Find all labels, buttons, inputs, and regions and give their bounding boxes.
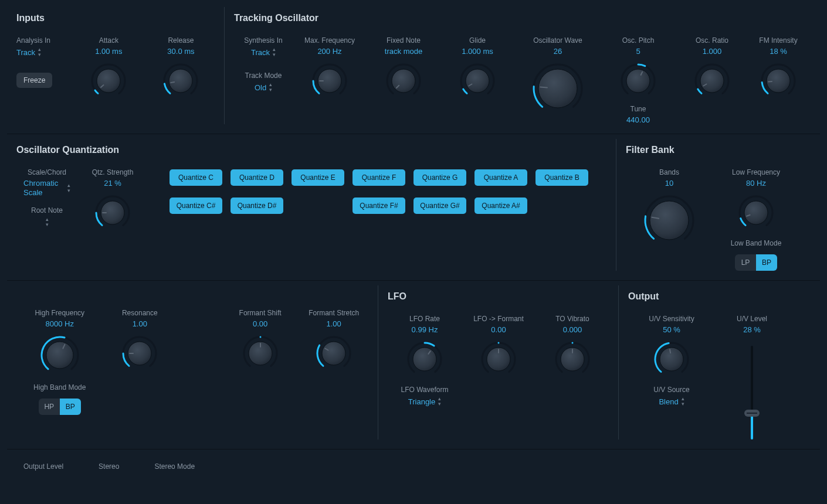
svg-line-39	[670, 349, 670, 353]
bands-control: Bands 10	[626, 168, 713, 246]
chevron-updown-icon: ▴▾	[269, 82, 272, 93]
low-band-lp[interactable]: LP	[735, 254, 756, 271]
uv-level-control: U/V Level 28 %	[715, 315, 789, 440]
low-band-bp[interactable]: BP	[756, 254, 777, 271]
release-control: Release 30.0 ms	[145, 36, 217, 99]
stereo-mode-label: Stereo Mode	[154, 462, 195, 471]
chevron-updown-icon: ▴▾	[682, 396, 684, 407]
osc-pitch-knob[interactable]	[620, 63, 656, 99]
qtz-strength-knob[interactable]	[94, 195, 131, 231]
svg-point-22	[744, 201, 768, 224]
high-band-mode-toggle[interactable]: HP BP	[39, 399, 81, 415]
glide-knob[interactable]	[459, 63, 496, 99]
quantize-button-quantize-f#[interactable]: Quantize F#	[353, 197, 405, 214]
high-band-hp[interactable]: HP	[39, 399, 60, 415]
to-vibrato-knob[interactable]	[554, 341, 591, 377]
osc-wave-knob[interactable]	[532, 63, 584, 114]
lfo-waveform-dropdown[interactable]: Triangle ▴▾	[408, 396, 441, 407]
fm-intensity-knob[interactable]	[760, 63, 797, 99]
svg-line-11	[540, 87, 547, 87]
quantize-button-quantize-e[interactable]: Quantize E	[292, 169, 344, 186]
quant-title: Oscillator Quantization	[16, 145, 609, 155]
osc-wave-control: Oscillator Wave 26	[514, 36, 601, 114]
svg-point-6	[392, 69, 415, 93]
quantize-button-quantize-a#[interactable]: Quantize A#	[474, 197, 527, 214]
analysis-in-label: Analysis In	[16, 36, 50, 45]
max-freq-control: Max. Frequency 200 Hz	[293, 36, 367, 99]
fixed-note-control: Fixed Note track mode	[367, 36, 440, 99]
formant-stretch-knob[interactable]	[316, 335, 352, 372]
release-knob[interactable]	[162, 63, 199, 99]
attack-control: Attack 1.00 ms	[73, 36, 145, 99]
svg-line-3	[171, 82, 175, 83]
lfo-rate-knob[interactable]	[406, 341, 443, 377]
quantize-button-quantize-d[interactable]: Quantize D	[231, 169, 283, 186]
svg-point-14	[700, 69, 724, 93]
svg-point-2	[169, 69, 192, 93]
svg-point-24	[46, 342, 73, 369]
quantize-button-quantize-g#[interactable]: Quantize G#	[414, 197, 466, 214]
quantize-button-quantize-d#[interactable]: Quantize D#	[231, 197, 283, 214]
uv-sensitivity-control: U/V Sensitivity 50 % U/V Source Blend ▴▾	[628, 315, 715, 414]
output-level-label: Output Level	[23, 462, 63, 471]
qtz-strength-control: Qtz. Strength 21 %	[77, 168, 148, 231]
osc-pitch-control: Osc. Pitch 5 Tune 440.00	[601, 36, 675, 124]
high-freq-control: High Frequency 8000 Hz High Band Mode HP…	[16, 309, 103, 415]
lfo-formant-control: LFO -> Formant 0.00	[462, 315, 535, 377]
bands-knob[interactable]	[643, 195, 695, 246]
output-title: Output	[628, 291, 813, 302]
high-band-bp[interactable]: BP	[60, 399, 81, 415]
max-freq-knob[interactable]	[311, 63, 348, 99]
low-freq-control: Low Frequency 80 Hz Low Band Mode LP BP	[713, 168, 799, 271]
resonance-control: Resonance 1.00	[103, 309, 177, 372]
uv-source-dropdown[interactable]: Blend ▴▾	[659, 396, 684, 407]
svg-point-30	[322, 342, 345, 365]
formant-stretch-control: Formant Stretch 1.00	[297, 309, 371, 372]
svg-point-20	[650, 201, 689, 240]
chevron-updown-icon: ▴▾	[38, 47, 41, 57]
svg-point-32	[413, 348, 436, 371]
synthesis-in-dropdown[interactable]: Track ▴▾	[251, 47, 276, 57]
quantize-button-quantize-b[interactable]: Quantize B	[535, 169, 588, 186]
scale-chord-dropdown[interactable]: Chromatic Scale ▴▾	[23, 179, 70, 197]
chevron-updown-icon: ▴▾	[273, 47, 276, 57]
quantize-button-quantize-c#[interactable]: Quantize C#	[170, 197, 222, 214]
freeze-button[interactable]: Freeze	[16, 73, 52, 88]
formant-shift-knob[interactable]	[242, 335, 279, 372]
low-band-mode-toggle[interactable]: LP BP	[735, 254, 777, 271]
chevron-updown-icon: ▴▾	[67, 183, 70, 193]
svg-point-12	[626, 69, 650, 93]
fixed-note-knob[interactable]	[385, 63, 422, 99]
svg-point-0	[97, 69, 120, 93]
svg-point-8	[466, 69, 489, 93]
svg-line-17	[768, 81, 772, 82]
stereo-label: Stereo	[99, 462, 119, 471]
svg-point-10	[538, 69, 577, 108]
quantize-button-quantize-c[interactable]: Quantize C	[170, 169, 222, 186]
quantize-button-quantize-a[interactable]: Quantize A	[474, 169, 527, 186]
lfo-formant-knob[interactable]	[480, 341, 517, 377]
fm-intensity-control: FM Intensity 18 %	[749, 36, 808, 99]
svg-point-16	[767, 69, 790, 93]
high-freq-knob[interactable]	[40, 335, 80, 375]
low-freq-knob[interactable]	[738, 195, 774, 231]
svg-point-38	[660, 348, 683, 371]
quantize-button-quantize-g[interactable]: Quantize G	[414, 169, 466, 186]
chevron-updown-icon: ▴▾	[46, 217, 49, 227]
lfo-rate-control: LFO Rate 0.99 Hz LFO Waveform Triangle ▴…	[388, 315, 462, 414]
resonance-knob[interactable]	[121, 335, 158, 372]
track-mode-dropdown[interactable]: Old ▴▾	[255, 82, 272, 93]
uv-sensitivity-knob[interactable]	[653, 341, 690, 377]
attack-knob[interactable]	[90, 63, 127, 99]
analysis-in-dropdown[interactable]: Track ▴▾	[16, 47, 41, 57]
osc-ratio-control: Osc. Ratio 1.000	[675, 36, 749, 99]
uv-level-slider[interactable]	[740, 346, 764, 440]
chevron-updown-icon: ▴▾	[438, 396, 441, 407]
lfo-title: LFO	[388, 291, 611, 302]
quantize-button-quantize-f[interactable]: Quantize F	[353, 169, 405, 186]
osc-ratio-knob[interactable]	[694, 63, 730, 99]
tracking-title: Tracking Oscillator	[234, 13, 813, 23]
glide-control: Glide 1.000 ms	[440, 36, 514, 99]
root-note-dropdown[interactable]: ▴▾	[46, 217, 49, 227]
to-vibrato-control: TO Vibrato 0.000	[535, 315, 609, 377]
